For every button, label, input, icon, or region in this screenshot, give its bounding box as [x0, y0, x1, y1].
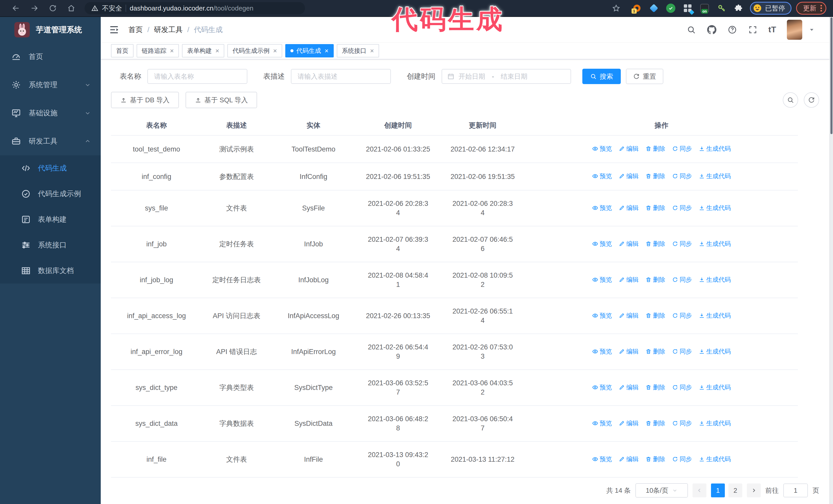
delete-link[interactable]: 删除: [645, 418, 665, 428]
sidebar-item-form-builder[interactable]: 表单构建: [0, 207, 101, 232]
preview-link[interactable]: 预览: [592, 275, 612, 284]
edit-link[interactable]: 编辑: [619, 383, 639, 392]
refresh-table-button[interactable]: [804, 92, 819, 108]
tag-close-icon[interactable]: ×: [370, 47, 374, 54]
preview-link[interactable]: 预览: [592, 383, 612, 392]
preview-link[interactable]: 预览: [592, 171, 612, 181]
sync-link[interactable]: 同步: [672, 311, 692, 320]
delete-link[interactable]: 删除: [645, 275, 665, 284]
edit-link[interactable]: 编辑: [619, 311, 639, 320]
delete-link[interactable]: 删除: [645, 239, 665, 248]
search-icon[interactable]: [686, 25, 696, 34]
tag-close-icon[interactable]: ×: [273, 47, 277, 54]
browser-reload-icon[interactable]: [44, 1, 62, 16]
browser-forward-icon[interactable]: [25, 1, 44, 16]
extension-grid-icon[interactable]: [682, 2, 694, 14]
preview-link[interactable]: 预览: [592, 203, 612, 213]
generate-code-link[interactable]: 生成代码: [699, 455, 731, 464]
sync-link[interactable]: 同步: [672, 203, 692, 213]
table-name-input[interactable]: [147, 69, 247, 84]
help-icon[interactable]: [728, 25, 737, 34]
sidebar-item-codegen[interactable]: 代码生成: [0, 155, 101, 181]
tag-home[interactable]: 首页: [111, 44, 134, 57]
delete-link[interactable]: 删除: [645, 203, 665, 213]
table-desc-input[interactable]: [291, 69, 391, 84]
tag-close-icon[interactable]: ×: [215, 47, 219, 54]
browser-back-icon[interactable]: [7, 1, 25, 16]
edit-link[interactable]: 编辑: [619, 347, 639, 356]
prev-page-button[interactable]: [693, 483, 706, 497]
generate-code-link[interactable]: 生成代码: [699, 203, 731, 213]
edit-link[interactable]: 编辑: [619, 418, 639, 428]
chevron-down-icon[interactable]: [808, 26, 815, 33]
delete-link[interactable]: 删除: [645, 347, 665, 356]
avatar[interactable]: [787, 20, 802, 40]
sync-link[interactable]: 同步: [672, 239, 692, 248]
sync-link[interactable]: 同步: [672, 347, 692, 356]
goto-page-input[interactable]: [783, 483, 808, 497]
import-db-button[interactable]: 基于 DB 导入: [111, 92, 179, 108]
sync-link[interactable]: 同步: [672, 171, 692, 181]
hamburger-icon[interactable]: [109, 24, 120, 35]
edit-link[interactable]: 编辑: [619, 239, 639, 248]
breadcrumb-item[interactable]: 研发工具: [154, 25, 183, 34]
app-logo[interactable]: 芋道管理系统: [0, 17, 101, 43]
sync-link[interactable]: 同步: [672, 144, 692, 153]
edit-link[interactable]: 编辑: [619, 144, 639, 153]
bookmark-star-icon[interactable]: [607, 1, 625, 16]
tag-codegen[interactable]: 代码生成×: [285, 44, 334, 57]
tag-form-builder[interactable]: 表单构建×: [182, 44, 224, 57]
sync-link[interactable]: 同步: [672, 455, 692, 464]
sidebar-item-infra[interactable]: 基础设施: [0, 99, 101, 127]
date-range-input[interactable]: 开始日期 - 结束日期: [442, 69, 571, 84]
sidebar-item-devtools[interactable]: 研发工具: [0, 127, 101, 155]
generate-code-link[interactable]: 生成代码: [699, 239, 731, 248]
preview-link[interactable]: 预览: [592, 311, 612, 320]
page-size-select[interactable]: 10条/页: [635, 483, 688, 498]
next-page-button[interactable]: [747, 483, 761, 497]
sidebar-item-system[interactable]: 系统管理: [0, 71, 101, 99]
sidebar-item-db-doc[interactable]: 数据库文档: [0, 258, 101, 284]
extensions-puzzle-icon[interactable]: [733, 2, 744, 14]
tag-close-icon[interactable]: ×: [325, 47, 329, 54]
page-button-2[interactable]: 2: [729, 483, 742, 497]
tag-trace[interactable]: 链路追踪×: [137, 44, 179, 57]
reset-button[interactable]: 重置: [626, 69, 663, 84]
generate-code-link[interactable]: 生成代码: [699, 383, 731, 392]
window-scrollbar[interactable]: [829, 17, 833, 504]
toggle-search-button[interactable]: [783, 92, 798, 108]
sync-link[interactable]: 同步: [672, 275, 692, 284]
import-sql-button[interactable]: 基于 SQL 导入: [186, 92, 257, 108]
search-button[interactable]: 搜索: [582, 69, 621, 84]
scrollbar-thumb[interactable]: [830, 18, 832, 134]
extension-gem-icon[interactable]: [648, 2, 660, 14]
sidebar-item-codegen-example[interactable]: 代码生成示例: [0, 181, 101, 207]
generate-code-link[interactable]: 生成代码: [699, 418, 731, 428]
generate-code-link[interactable]: 生成代码: [699, 171, 731, 181]
generate-code-link[interactable]: 生成代码: [699, 311, 731, 320]
preview-link[interactable]: 预览: [592, 347, 612, 356]
github-icon[interactable]: [707, 25, 717, 34]
extension-orange-icon[interactable]: 1: [631, 2, 643, 14]
sidebar-item-system-api[interactable]: 系统接口: [0, 232, 101, 258]
extension-key-icon[interactable]: [716, 2, 728, 14]
tag-system-api[interactable]: 系统接口×: [337, 44, 379, 57]
font-size-icon[interactable]: tT: [768, 25, 776, 34]
edit-link[interactable]: 编辑: [619, 171, 639, 181]
fullscreen-icon[interactable]: [748, 25, 758, 34]
delete-link[interactable]: 删除: [645, 144, 665, 153]
delete-link[interactable]: 删除: [645, 171, 665, 181]
generate-code-link[interactable]: 生成代码: [699, 275, 731, 284]
browser-update-button[interactable]: 更新: [796, 2, 826, 15]
browser-home-icon[interactable]: [62, 1, 80, 16]
preview-link[interactable]: 预览: [592, 144, 612, 153]
breadcrumb-item[interactable]: 首页: [128, 25, 143, 34]
browser-profile-chip[interactable]: 已暂停: [750, 2, 791, 15]
delete-link[interactable]: 删除: [645, 311, 665, 320]
generate-code-link[interactable]: 生成代码: [699, 144, 731, 153]
preview-link[interactable]: 预览: [592, 455, 612, 464]
address-bar[interactable]: 不安全 dashboard.yudao.iocoder.cn/tool/code…: [85, 2, 305, 14]
delete-link[interactable]: 删除: [645, 455, 665, 464]
sidebar-item-home[interactable]: 首页: [0, 43, 101, 71]
preview-link[interactable]: 预览: [592, 418, 612, 428]
